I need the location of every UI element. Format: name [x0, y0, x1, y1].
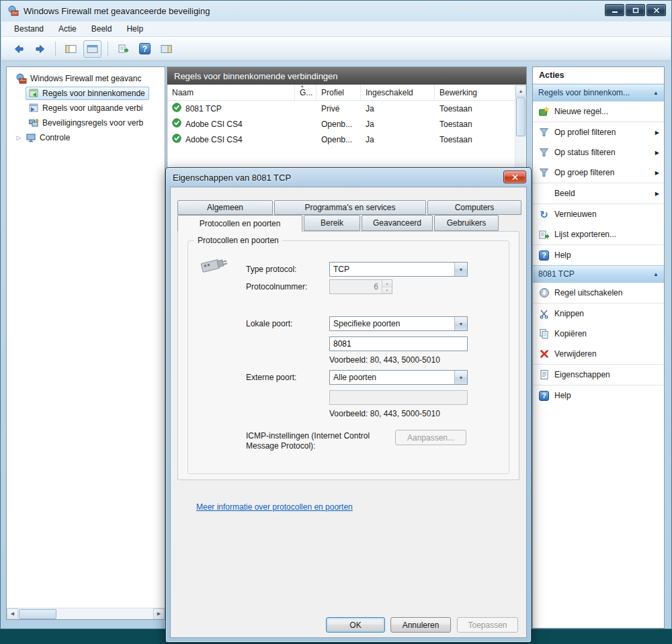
toolbar-export-list-button[interactable] — [114, 40, 132, 58]
rule-enabled: Ja — [361, 120, 435, 129]
table-row[interactable]: Adobe CSI CS4 Openb... Ja Toestaan — [167, 116, 526, 132]
tab-page-protocols: Protocollen en poorten Type protocol: TC… — [177, 231, 519, 480]
toolbar: ? — [1, 37, 671, 61]
toolbar-help-button[interactable]: ? — [136, 40, 154, 58]
column-header-ingeschakeld[interactable]: Ingeschakeld — [361, 85, 435, 100]
list-header-bar: Regels voor binnenkomende verbindingen — [167, 67, 526, 85]
dropdown-arrow-icon[interactable]: ▼ — [454, 317, 467, 330]
local-port-example: Voorbeeld: 80, 443, 5000-5010 — [329, 355, 440, 365]
firewall-app-icon — [7, 5, 19, 16]
scrollbar-thumb[interactable] — [516, 97, 526, 136]
window-titlebar[interactable]: Windows Firewall met geavanceerde beveil… — [1, 1, 671, 21]
table-row[interactable]: Adobe CSI CS4 Openb... Ja Toestaan — [167, 132, 526, 147]
action-properties[interactable]: Eigenschappen — [533, 365, 664, 385]
copy-icon — [538, 328, 550, 339]
action-copy[interactable]: Kopiëren — [533, 324, 664, 344]
menu-actie[interactable]: Actie — [52, 22, 83, 36]
dropdown-arrow-icon[interactable]: ▼ — [454, 371, 467, 384]
collapse-icon: ▲ — [653, 90, 659, 96]
dialog-close-button[interactable] — [503, 171, 526, 183]
window-panes-icon — [87, 44, 98, 54]
action-help[interactable]: ? Help — [533, 245, 664, 265]
column-header-groep[interactable]: ▴ G... — [295, 85, 317, 100]
tree-item-label: Controle — [40, 133, 70, 142]
more-info-link[interactable]: Meer informatie over protocollen en poor… — [196, 502, 353, 512]
tab-bereik[interactable]: Bereik — [304, 215, 360, 231]
icmp-customize-button: Aanpassen... — [395, 430, 466, 445]
expander-icon[interactable]: ▷ — [15, 134, 23, 141]
export-list-icon — [118, 44, 129, 54]
action-delete[interactable]: Verwijderen — [533, 344, 664, 364]
tab-programmas-en-services[interactable]: Programma's en services — [274, 200, 426, 215]
toolbar-forward-button[interactable] — [31, 40, 49, 58]
action-filter-by-group[interactable]: Op groep filteren ▶ — [533, 163, 664, 183]
scroll-left-button[interactable]: ◀ — [7, 608, 18, 620]
column-header-naam[interactable]: Naam — [167, 85, 295, 100]
remote-port-select[interactable]: Alle poorten ▼ — [329, 370, 468, 385]
collapse-icon: ▲ — [653, 271, 659, 277]
tree-item-inbound-rules[interactable]: Regels voor binnenkomende — [7, 86, 165, 101]
tree-root-item[interactable]: Windows Firewall met geavanc — [7, 71, 165, 86]
forward-arrow-icon — [35, 44, 46, 54]
type-protocol-select[interactable]: TCP ▼ — [329, 262, 468, 277]
scroll-right-icon: ▶ — [157, 611, 161, 616]
rule-action: Toestaan — [435, 135, 515, 144]
tree-horizontal-scrollbar[interactable]: ◀ ▶ — [7, 608, 165, 619]
toolbar-console-tree-button[interactable] — [62, 40, 80, 58]
action-help[interactable]: ? Help — [533, 385, 664, 406]
properties-icon — [538, 369, 550, 380]
tab-geavanceerd[interactable]: Geavanceerd — [362, 215, 433, 231]
toolbar-back-button[interactable] — [9, 40, 28, 58]
table-row[interactable]: 8081 TCP Privé Ja Toestaan — [167, 101, 526, 116]
menu-bestand[interactable]: Bestand — [8, 22, 50, 36]
monitoring-icon — [25, 132, 36, 143]
tree-item-outbound-rules[interactable]: Regels voor uitgaande verbi — [7, 101, 165, 116]
tree-item-connection-security-rules[interactable]: Beveiligingsregels voor verb — [7, 116, 165, 130]
toolbar-action-pane-button[interactable] — [157, 40, 175, 58]
dropdown-arrow-icon[interactable]: ▼ — [454, 263, 467, 276]
scroll-right-button[interactable]: ▶ — [153, 608, 165, 620]
close-icon — [511, 174, 519, 181]
tab-computers[interactable]: Computers — [427, 200, 521, 215]
action-disable-rule[interactable]: Regel uitschakelen — [533, 283, 664, 303]
action-filter-by-status[interactable]: Op status filteren ▶ — [533, 142, 664, 163]
rule-name: 8081 TCP — [185, 104, 222, 113]
disable-rule-icon — [538, 287, 550, 298]
filter-icon — [538, 147, 550, 158]
menu-help[interactable]: Help — [120, 22, 149, 36]
action-refresh[interactable]: ↻ Vernieuwen — [533, 204, 664, 224]
icmp-settings-label: ICMP-instellingen (Internet Control Mess… — [246, 431, 386, 451]
action-filter-by-profile[interactable]: Op profiel filteren ▶ — [533, 122, 664, 142]
delete-icon — [538, 349, 550, 359]
actions-group-header-inbound[interactable]: Regels voor binnenkom... ▲ — [533, 84, 664, 101]
close-button[interactable] — [646, 4, 666, 16]
minimize-button[interactable] — [605, 4, 624, 16]
column-header-profiel[interactable]: Profiel — [317, 85, 361, 100]
scroll-up-button[interactable]: ▲ — [515, 85, 526, 97]
menu-beeld[interactable]: Beeld — [85, 22, 118, 36]
action-new-rule[interactable]: Nieuwe regel... — [533, 101, 664, 122]
tree-item-monitoring[interactable]: ▷ Controle — [7, 130, 165, 145]
cancel-button[interactable]: Annuleren — [390, 617, 451, 633]
ok-button[interactable]: OK — [326, 617, 385, 633]
rule-profile: Openb... — [317, 135, 361, 144]
dialog-title: Eigenschappen van 8081 TCP — [173, 173, 291, 183]
action-export-list[interactable]: Lijst exporteren... — [533, 224, 664, 244]
actions-group-header-rule[interactable]: 8081 TCP ▲ — [533, 265, 664, 283]
rule-profile: Openb... — [317, 120, 361, 129]
group-box-label: Protocollen en poorten — [194, 236, 282, 245]
local-port-input[interactable] — [329, 336, 468, 351]
toolbar-panes-button[interactable] — [83, 40, 101, 58]
desktop: Windows Firewall met geavanceerde beveil… — [0, 0, 672, 644]
network-adapter-icon — [199, 255, 230, 277]
tab-gebruikers[interactable]: Gebruikers — [434, 215, 499, 231]
action-view[interactable]: Beeld ▶ — [533, 183, 664, 203]
tab-protocollen-en-poorten[interactable]: Protocollen en poorten — [177, 215, 302, 232]
column-header-bewerking[interactable]: Bewerking — [435, 85, 515, 100]
scrollbar-thumb[interactable] — [19, 609, 56, 619]
local-port-select[interactable]: Specifieke poorten ▼ — [329, 316, 468, 331]
dialog-titlebar[interactable]: Eigenschappen van 8081 TCP — [166, 168, 531, 187]
tab-algemeen[interactable]: Algemeen — [177, 200, 273, 215]
maximize-button[interactable] — [626, 4, 645, 16]
action-cut[interactable]: Knippen — [533, 304, 664, 324]
